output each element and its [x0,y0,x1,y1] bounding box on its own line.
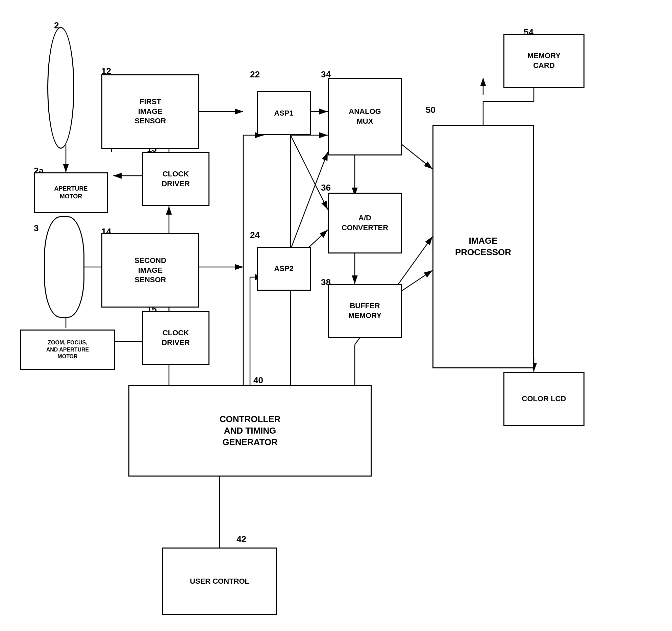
lens [47,27,74,149]
aperture-motor-box: APERTUREMOTOR [34,172,108,213]
memory-card-box: MEMORYCARD [503,34,584,88]
cylinder [44,216,85,318]
zoom-focus-motor-box: ZOOM, FOCUS,AND APERTUREMOTOR [20,329,115,370]
first-image-sensor-box: FIRSTIMAGESENSOR [101,74,199,149]
label-22: 22 [250,69,260,80]
second-image-sensor-box: SECONDIMAGESENSOR [101,233,199,308]
diagram: 2 2a 3 5a 12 13 14 15 22 24 34 36 38 40 … [0,0,672,631]
label-42: 42 [237,534,246,544]
clock-driver-13-box: CLOCKDRIVER [142,152,210,206]
label-3: 3 [34,223,39,234]
user-control-box: USER CONTROL [162,547,277,615]
clock-driver-15-box: CLOCKDRIVER [142,311,210,365]
asp2-box: ASP2 [257,247,311,291]
label-24: 24 [250,230,260,240]
label-36: 36 [321,183,331,193]
ad-converter-box: A/DCONVERTER [328,193,402,254]
image-processor-box: IMAGEPROCESSOR [432,125,534,368]
label-50: 50 [426,105,435,115]
analog-mux-box: ANALOGMUX [328,78,402,156]
buffer-memory-box: BUFFERMEMORY [328,284,402,338]
label-40: 40 [254,375,263,385]
color-lcd-box: COLOR LCD [503,372,584,426]
asp1-box: ASP1 [257,91,311,135]
controller-box: CONTROLLERAND TIMINGGENERATOR [128,385,371,476]
